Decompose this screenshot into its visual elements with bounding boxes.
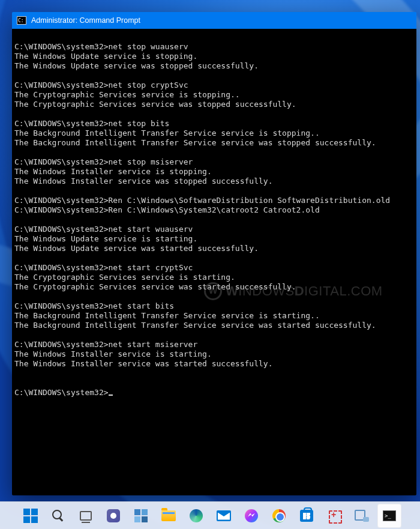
taskbar: >_ xyxy=(0,501,420,529)
chrome-icon xyxy=(272,509,286,522)
search-button[interactable] xyxy=(46,504,70,528)
start-button[interactable] xyxy=(19,504,43,528)
mail-button[interactable] xyxy=(212,504,236,528)
system-info-icon xyxy=(355,510,369,522)
titlebar[interactable]: C: Administrator: Command Prompt xyxy=(12,12,416,29)
microsoft-store-button[interactable] xyxy=(295,504,319,528)
cursor xyxy=(109,394,113,396)
teams-icon xyxy=(107,509,120,522)
file-explorer-icon xyxy=(161,510,176,521)
widgets-icon xyxy=(134,509,148,522)
teams-chat-button[interactable] xyxy=(101,504,125,528)
snipping-tool-icon xyxy=(328,509,341,522)
task-view-icon xyxy=(80,511,92,521)
snipping-tool-button[interactable] xyxy=(322,504,346,528)
edge-icon xyxy=(190,509,203,522)
command-prompt-icon: C: xyxy=(17,16,26,25)
widgets-button[interactable] xyxy=(129,504,153,528)
search-icon xyxy=(52,509,65,522)
window-title: Administrator: Command Prompt xyxy=(31,16,140,25)
messenger-button[interactable] xyxy=(239,504,263,528)
command-prompt-window: C: Administrator: Command Prompt C:\WIND… xyxy=(12,12,416,495)
task-view-button[interactable] xyxy=(74,504,98,528)
edge-button[interactable] xyxy=(184,504,208,528)
file-explorer-button[interactable] xyxy=(157,504,181,528)
terminal-output[interactable]: C:\WINDOWS\system32>net stop wuauserv Th… xyxy=(12,29,416,495)
messenger-icon xyxy=(245,509,258,522)
chrome-button[interactable] xyxy=(267,504,291,528)
windows-logo-icon xyxy=(23,509,38,523)
command-prompt-icon: >_ xyxy=(383,510,396,521)
store-icon xyxy=(300,510,313,522)
command-prompt-button[interactable]: >_ xyxy=(377,504,401,528)
mail-icon xyxy=(217,510,231,521)
system-information-button[interactable] xyxy=(350,504,374,528)
